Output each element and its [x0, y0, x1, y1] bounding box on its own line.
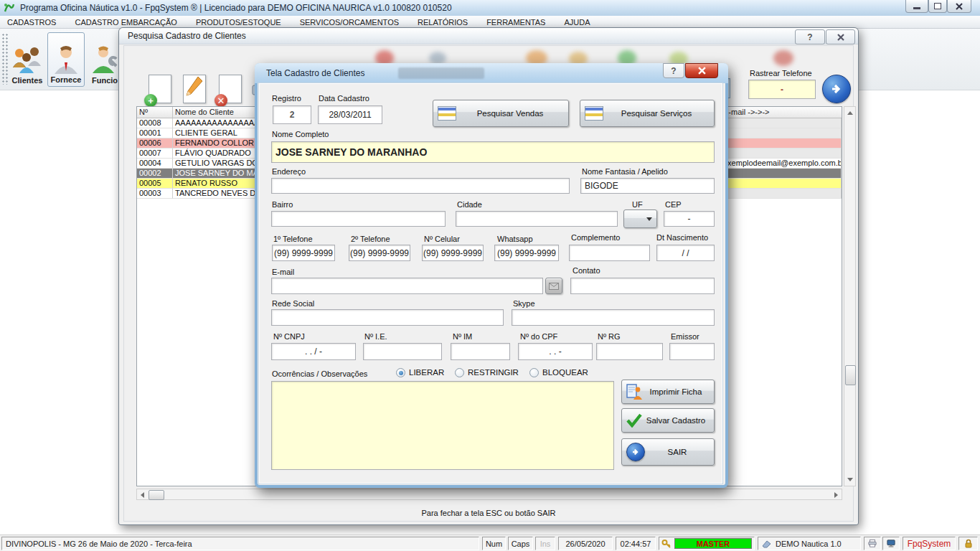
- im-label: Nº IM: [453, 332, 472, 341]
- client-number-cell: 00003: [137, 189, 173, 199]
- edit-record-button[interactable]: [183, 75, 206, 103]
- skype-field[interactable]: [512, 309, 715, 326]
- salvar-cadastro-label: Salvar Cadastro: [642, 416, 710, 425]
- nome-completo-field[interactable]: JOSE SARNEY DO MARANHAO: [271, 141, 715, 163]
- radio-liberar[interactable]: [396, 368, 405, 377]
- scroll-left-icon[interactable]: [141, 492, 144, 498]
- user-name-text: MASTER: [697, 540, 730, 548]
- email-field[interactable]: [271, 278, 543, 294]
- help-icon: ?: [807, 32, 812, 42]
- registro-field[interactable]: 2: [273, 105, 311, 124]
- toolbar-button-clientes[interactable]: Clientes: [9, 32, 46, 87]
- monitor-icon: [887, 539, 895, 548]
- menu-item-cadastro-embarcacao[interactable]: CADASTRO EMBARCAÇÃO: [75, 18, 176, 27]
- im-field[interactable]: [451, 343, 510, 360]
- client-form-titlebar[interactable]: Tela Cadastro de Clientes: [255, 63, 728, 83]
- radio-bloquear[interactable]: [529, 368, 539, 377]
- ocorrencias-textarea[interactable]: [271, 381, 614, 470]
- horizontal-scrollbar[interactable]: [136, 489, 842, 500]
- menu-item-ferramentas[interactable]: FERRAMENTAS: [486, 18, 545, 27]
- trace-phone-input[interactable]: -: [748, 80, 816, 99]
- sair-button[interactable]: SAIR: [621, 438, 715, 466]
- celular-field[interactable]: (99) 9999-9999: [422, 245, 484, 261]
- vertical-scroll-thumb[interactable]: [845, 365, 856, 385]
- data-cadastro-label: Data Cadastro: [319, 94, 369, 103]
- lock-icon: [963, 539, 974, 549]
- whatsapp-field[interactable]: (99) 9999-9999: [494, 245, 559, 261]
- menu-item-produtos-estoque[interactable]: PRODUTOS/ESTOQUE: [196, 18, 281, 27]
- cnpj-field[interactable]: . . / -: [271, 343, 356, 360]
- dt-nascimento-field[interactable]: / /: [656, 245, 715, 261]
- pesquisar-servicos-button[interactable]: Pesquisar Serviços: [580, 100, 715, 127]
- nome-fantasia-label: Nome Fantasia / Apelido: [582, 167, 668, 176]
- status-caps: Caps: [508, 537, 533, 550]
- imprimir-ficha-label: Imprimir Ficha: [642, 387, 710, 396]
- cnpj-value: . . / -: [305, 347, 322, 357]
- search-dialog-close-button[interactable]: [826, 29, 855, 44]
- close-button[interactable]: [947, 0, 971, 13]
- client-email-cell: [721, 169, 842, 179]
- nome-completo-label: Nome Completo: [272, 130, 329, 138]
- imprimir-ficha-button[interactable]: Imprimir Ficha: [621, 380, 715, 404]
- client-email-cell: [721, 128, 842, 138]
- scroll-down-icon[interactable]: [847, 478, 853, 481]
- pesquisar-vendas-button[interactable]: Pesquisar Vendas: [433, 100, 569, 127]
- toolbar-button-fornece[interactable]: Fornece: [47, 32, 85, 87]
- salvar-cadastro-button[interactable]: Salvar Cadastro: [621, 408, 715, 433]
- status-user: MASTER: [659, 537, 755, 550]
- contato-label: Contato: [573, 266, 600, 275]
- vertical-scrollbar[interactable]: [844, 106, 856, 486]
- column-header-num[interactable]: Nº: [137, 107, 173, 118]
- minimize-button[interactable]: [905, 0, 928, 13]
- scroll-up-icon[interactable]: [847, 111, 853, 115]
- cidade-field[interactable]: [456, 211, 618, 227]
- client-number-cell: 00005: [137, 179, 173, 189]
- column-header-email[interactable]: E-mail ->->->: [721, 107, 842, 118]
- search-dialog-titlebar[interactable]: Pesquisa Cadastro de Clientes: [119, 28, 858, 44]
- complemento-field[interactable]: [569, 245, 650, 261]
- maximize-button[interactable]: [928, 0, 947, 13]
- window-title: Programa Oficina Náutica v1.0 - FpqSyste…: [20, 3, 452, 13]
- trace-phone-go-button[interactable]: [822, 75, 851, 103]
- toolbar-button-label: Fornece: [51, 75, 82, 84]
- radio-liberar-label[interactable]: LIBERAR: [409, 368, 444, 377]
- menu-item-cadastros[interactable]: CADASTROS: [7, 18, 56, 27]
- cnpj-label: Nº CNPJ: [273, 332, 305, 341]
- scroll-right-icon[interactable]: [834, 492, 838, 498]
- endereco-label: Endereço: [272, 167, 306, 176]
- client-form-help-button[interactable]: ?: [663, 63, 684, 78]
- titlebar-glass-artifact: [398, 67, 484, 79]
- radio-restringir-label[interactable]: RESTRINGIR: [468, 368, 519, 377]
- telefone1-field[interactable]: (99) 9999-9999: [272, 245, 335, 261]
- search-dialog-help-button[interactable]: ?: [795, 29, 825, 44]
- emissor-label: Emissor: [671, 332, 699, 341]
- ie-field[interactable]: [363, 343, 442, 360]
- send-email-button[interactable]: [545, 278, 562, 294]
- horizontal-scroll-thumb[interactable]: [149, 490, 164, 500]
- uf-dropdown[interactable]: [623, 209, 657, 228]
- supplier-person-icon: [50, 44, 82, 75]
- emissor-field[interactable]: [669, 343, 715, 360]
- contato-field[interactable]: [570, 278, 715, 294]
- new-record-button[interactable]: +: [149, 75, 171, 103]
- ie-label: Nº I.E.: [364, 332, 387, 341]
- rg-field[interactable]: [596, 343, 663, 360]
- cpf-value: . . -: [549, 347, 561, 357]
- radio-restringir[interactable]: [455, 368, 464, 377]
- menu-item-servicos-orcamentos[interactable]: SERVICOS/ORCAMENTOS: [300, 18, 399, 27]
- radio-bloquear-label[interactable]: BLOQUEAR: [542, 368, 588, 377]
- sair-label: SAIR: [645, 448, 710, 456]
- telefone2-field[interactable]: (99) 9999-9999: [349, 245, 410, 261]
- cep-field[interactable]: -: [664, 211, 715, 227]
- bairro-field[interactable]: [271, 211, 446, 227]
- delete-record-button[interactable]: ✕: [219, 75, 242, 103]
- nome-fantasia-field[interactable]: BIGODE: [580, 178, 715, 194]
- rede-social-field[interactable]: [271, 309, 504, 326]
- cpf-field[interactable]: . . -: [518, 343, 593, 360]
- endereco-field[interactable]: [271, 178, 570, 194]
- client-form-close-button[interactable]: [685, 63, 718, 78]
- data-cadastro-field[interactable]: 28/03/2011: [318, 105, 382, 124]
- menu-item-relatorios[interactable]: RELATÓRIOS: [418, 18, 468, 27]
- celular-value: (99) 9999-9999: [423, 248, 482, 258]
- menu-item-ajuda[interactable]: AJUDA: [564, 18, 590, 27]
